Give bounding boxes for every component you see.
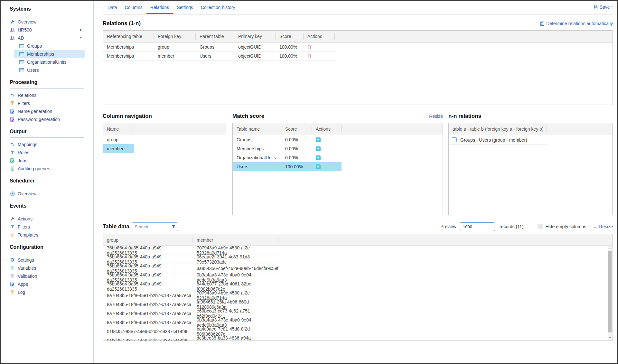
sidebar-item-apps[interactable]: Apps [10, 280, 85, 288]
doc-pencil-icon [10, 158, 15, 163]
divider [10, 88, 84, 89]
table-row: 76bb86e4-0a35-440b-a949-da2526813835844e… [103, 282, 278, 291]
sidebar-item-settings[interactable]: ⚙ Settings [10, 256, 85, 264]
match-score-panel: Table name Score Actions Groups 0.00% + … [232, 123, 443, 215]
preview-label: Preview [440, 224, 456, 229]
sidebar-item-groups[interactable]: Groups [14, 42, 85, 50]
column-header: Name [103, 126, 133, 132]
sidebar-item-organizationalunits[interactable]: OrganizationalUnits [14, 58, 85, 66]
sidebar-item-label: Name generation [18, 109, 52, 114]
doc-icon [10, 233, 15, 237]
plus-button[interactable]: + [316, 164, 321, 169]
funnel-icon [10, 150, 15, 154]
sidebar-item-variables[interactable]: Variables [10, 264, 85, 272]
save-label: Save * [600, 5, 613, 10]
delete-relation-button[interactable] [304, 45, 335, 49]
sidebar-item-hr500[interactable]: HR500 ▶ [10, 26, 85, 34]
table-row-groups[interactable]: Groups 0.00% + [233, 135, 342, 144]
list-item-nn-relation: Groups - Users (group - member) [449, 135, 547, 145]
sidebar-item-relations[interactable]: Relations [10, 91, 85, 99]
sidebar-section-title-output: Output [10, 128, 93, 135]
table-row-memberships[interactable]: Memberships 0.00% + [233, 144, 342, 153]
cell-parent-table: Users [196, 53, 234, 59]
plus-button[interactable]: + [316, 155, 321, 160]
hide-empty-columns-label: Hide empty columns [545, 224, 586, 229]
table-row: 8a7043b5-18f8-45e1-b2b7-c1877aa87ecafa98… [103, 300, 278, 309]
delete-relation-button[interactable] [304, 54, 335, 58]
cell-group: 8a7043b5-18f8-45e1-b2b7-c1877aa87eca [103, 311, 193, 316]
sidebar-item-mappings[interactable]: Mappings [10, 140, 85, 148]
determine-relations-button[interactable]: Determine relations automatically [540, 21, 613, 26]
column-header: Foreign key [154, 33, 196, 40]
cell-primary-key: objectGUID [234, 44, 276, 50]
plus-button[interactable]: + [316, 137, 321, 142]
chevron-down-icon[interactable]: ▼ [80, 34, 82, 42]
clock-icon [10, 191, 15, 196]
sidebar-item-memberships[interactable]: Memberships [14, 50, 85, 58]
sidebar-item-name-generation[interactable]: Name generation [10, 107, 85, 115]
table-row-users[interactable]: Users 100.00% + [233, 162, 342, 171]
doc-icon [10, 274, 15, 278]
doc-pencil-icon [10, 117, 15, 122]
column-header-filler [335, 33, 613, 40]
sidebar-item-password-generation[interactable]: Password generation [10, 115, 85, 123]
users-icon [10, 28, 15, 32]
scrollbar-thumb[interactable] [608, 251, 612, 332]
sidebar-item-jobs[interactable]: Jobs [10, 156, 85, 164]
sidebar-item-templates[interactable]: Templates [10, 231, 85, 239]
sidebar-item-overview[interactable]: Overview [10, 18, 85, 26]
column-header: group [103, 237, 193, 243]
app-window: Systems Overview HR500 ▶ AD ▼ Groups Mem… [0, 0, 618, 364]
save-button[interactable]: Save * [594, 1, 613, 14]
filter-funnel-icon[interactable] [172, 225, 176, 229]
sidebar-item-scheduler-overview[interactable]: Overview [10, 190, 85, 198]
sidebar-item-log[interactable]: Log [10, 288, 85, 296]
plus-button[interactable]: + [316, 146, 321, 151]
list-item-group[interactable]: group [103, 135, 226, 144]
scroll-up-arrow-icon[interactable]: ▲ [608, 246, 612, 251]
column-header: table a - table b (foreign key a - forei… [449, 126, 547, 132]
divider [10, 137, 84, 138]
tab-data[interactable]: Data [104, 1, 121, 14]
sidebar-item-ad[interactable]: AD ▼ [10, 34, 85, 42]
doc-icon [10, 266, 15, 270]
sidebar-item-actions[interactable]: Actions [10, 215, 85, 223]
tab-collection-history[interactable]: Collection history [197, 1, 239, 14]
table-row-organizationalunits[interactable]: OrganizationalUnits 0.00% + [233, 153, 342, 162]
sidebar-item-filters-processing[interactable]: Filters [10, 99, 85, 107]
cell-score: 100.00% [276, 53, 304, 59]
list-item-member[interactable]: member [103, 144, 134, 153]
sidebar-item-label: Variables [18, 266, 36, 271]
column-header-filler [547, 126, 612, 132]
table-data-resize-button[interactable]: ↔ Resize [593, 224, 613, 229]
tab-columns[interactable]: Columns [121, 1, 146, 14]
tab-relations[interactable]: Relations [146, 1, 173, 14]
cell-score: 100.00% [276, 44, 304, 50]
add-relation-cell: + [312, 155, 342, 160]
sidebar-item-label: Actions [18, 216, 33, 221]
sidebar-item-filters-events[interactable]: Filters [10, 223, 85, 231]
sidebar-item-users[interactable]: Users [14, 66, 85, 74]
sidebar-item-label: Settings [18, 257, 34, 263]
scroll-down-arrow-icon[interactable]: ▼ [608, 336, 612, 340]
search-input[interactable] [132, 222, 178, 231]
column-header-filler [278, 237, 613, 243]
main-content: Data Columns Relations Settings Collecti… [94, 1, 617, 363]
sidebar-item-label: Templates [18, 232, 38, 238]
sidebar-item-roles[interactable]: Roles [10, 148, 85, 156]
add-relation-cell: + [312, 164, 342, 169]
cell-group: 8a7043b5-18f8-45e1-b2b7-c1877aa87eca [103, 320, 193, 325]
sidebar-item-validation[interactable]: Validation [10, 272, 85, 280]
sidebar-item-label: AD [18, 35, 24, 41]
hide-empty-columns-checkbox[interactable] [538, 224, 543, 229]
chevron-right-icon[interactable]: ▶ [80, 26, 82, 34]
tab-settings[interactable]: Settings [173, 1, 197, 14]
nn-relation-checkbox[interactable] [452, 137, 457, 142]
vertical-scrollbar[interactable]: ▲ ▼ [608, 246, 612, 340]
sidebar-item-label: Filters [18, 101, 30, 106]
cell-group: 8a7043b5-18f8-45e1-b2b7-c1877aa87eca [103, 302, 193, 307]
cell-member: 06eaae2f-3941-4c83-91d8-79e573203adc [193, 254, 278, 265]
preview-count-input[interactable] [460, 222, 495, 231]
sidebar-item-auditing-queries[interactable]: Auditing queries [10, 164, 85, 173]
match-score-resize-button[interactable]: ↔ Resize [423, 114, 443, 119]
